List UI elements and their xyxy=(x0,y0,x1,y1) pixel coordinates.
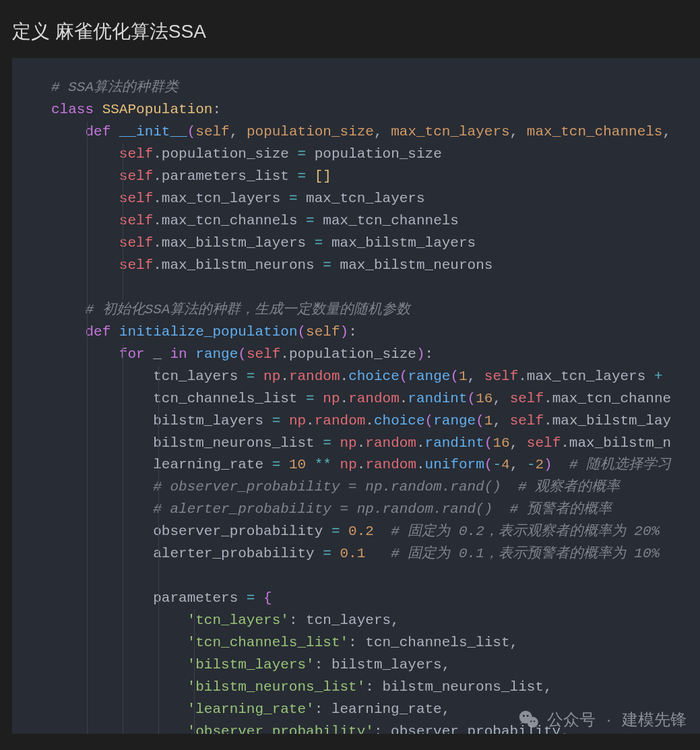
token-text: max_tcn_channels xyxy=(162,213,306,228)
indent-guide xyxy=(123,610,123,632)
token-text: , xyxy=(374,124,391,139)
indent-guide xyxy=(123,721,123,734)
token-text: tcn_channels_list xyxy=(153,391,306,406)
indent-guide xyxy=(123,255,123,277)
code-line: self.population_size = population_size xyxy=(51,144,700,166)
indent-guide xyxy=(87,721,88,734)
token-func: range xyxy=(433,413,476,429)
token-op: = xyxy=(323,546,340,561)
token-comment: # SSA算法的种群类 xyxy=(51,80,179,95)
token-attr: np xyxy=(289,413,306,429)
token-text: max_tcn_layers xyxy=(306,191,424,206)
token-paren: ) xyxy=(416,346,425,362)
token-op: = xyxy=(272,457,289,472)
token-text: max_tcn_channe xyxy=(552,391,671,406)
code-line: # alerter_probability = np.random.rand()… xyxy=(51,499,700,521)
token-func: initialize_population xyxy=(119,324,298,340)
indent-guide xyxy=(123,699,123,721)
token-text: alerter_probability xyxy=(153,546,323,561)
token-paren: ( xyxy=(425,413,434,429)
indent-guide xyxy=(158,677,159,699)
token-self: self xyxy=(510,391,544,406)
token-keyword: class xyxy=(51,102,102,117)
token-text: : xyxy=(425,346,434,362)
token-attr: np xyxy=(340,457,357,472)
token-self: self xyxy=(484,369,518,384)
indent-guide xyxy=(123,366,123,388)
svg-point-1 xyxy=(523,715,525,717)
token-text: bilstm_layers xyxy=(153,413,272,429)
code-editor[interactable]: # SSA算法的种群类 class SSAPopulation: def __i… xyxy=(12,58,700,734)
token-text: . xyxy=(340,369,349,384)
token-func: randint xyxy=(408,391,467,406)
token-text: . xyxy=(153,146,162,162)
indent-guide xyxy=(158,476,159,499)
token-str: 'tcn_layers' xyxy=(187,613,289,628)
code-line: alerter_probability = 0.1 # 固定为 0.1，表示预警… xyxy=(51,543,700,565)
token-paren: ( xyxy=(187,124,196,139)
token-op: ** xyxy=(315,457,331,472)
token-func: randint xyxy=(425,435,484,451)
indent-guide xyxy=(123,232,123,255)
token-text: observer_probability xyxy=(153,524,331,539)
indent-guide xyxy=(87,454,88,476)
token-param: self xyxy=(306,324,340,340)
token-text: : bilstm_neurons_list, xyxy=(365,679,552,695)
indent-guide xyxy=(123,499,123,521)
token-op: = xyxy=(272,413,289,429)
token-op: = xyxy=(331,524,348,539)
token-param: population_size xyxy=(247,124,374,139)
token-text: . xyxy=(340,391,349,406)
token-str: 'bilstm_neurons_list' xyxy=(187,679,366,695)
token-keyword: def xyxy=(85,124,119,139)
token-keyword: def xyxy=(85,324,119,340)
token-op: = xyxy=(247,590,263,606)
token-text: . xyxy=(544,391,552,406)
indent-guide xyxy=(87,255,88,277)
token-text xyxy=(331,457,340,472)
indent-guide xyxy=(158,565,159,588)
token-attr: random xyxy=(348,391,400,406)
token-text: max_tcn_layers xyxy=(527,369,654,384)
token-text: _ xyxy=(153,346,170,362)
token-comment: # alerter_probability = np.random.rand()… xyxy=(153,501,612,517)
token-func: range xyxy=(195,346,238,362)
token-text: , xyxy=(662,124,671,139)
token-text: , xyxy=(510,124,527,139)
code-line: self.max_tcn_layers = max_tcn_layers xyxy=(51,188,700,210)
indent-guide xyxy=(194,677,195,699)
indent-guide xyxy=(123,476,123,499)
token-self: self xyxy=(119,146,153,162)
indent-guide xyxy=(123,166,123,188)
token-keyword: for xyxy=(119,346,153,362)
code-line: for _ in range(self.population_size): xyxy=(51,344,700,366)
watermark-separator: · xyxy=(606,710,611,729)
indent-guide xyxy=(87,410,88,433)
token-text xyxy=(365,546,391,561)
token-text: tcn_layers xyxy=(153,369,247,384)
code-line: def __init__(self, population_size, max_… xyxy=(51,121,700,144)
watermark: 公众号 · 建模先锋 xyxy=(517,708,687,731)
token-paren: ) xyxy=(340,324,349,340)
indent-guide xyxy=(87,299,88,321)
indent-guide xyxy=(158,654,159,677)
token-func: choice xyxy=(348,369,400,384)
token-text: . xyxy=(544,413,552,429)
indent-guide xyxy=(123,588,123,610)
indent-guide xyxy=(158,721,159,734)
token-param: self xyxy=(195,124,229,139)
token-paren: ( xyxy=(476,413,484,429)
code-line: tcn_channels_list = np.random.randint(16… xyxy=(51,388,700,410)
svg-point-3 xyxy=(528,717,538,728)
token-attr: random xyxy=(365,457,416,472)
indent-guide xyxy=(123,677,123,699)
indent-guide xyxy=(123,565,123,588)
indent-guide xyxy=(158,610,159,632)
token-attr: np xyxy=(323,391,340,406)
token-func: choice xyxy=(374,413,425,429)
indent-guide xyxy=(87,366,88,388)
indent-guide xyxy=(87,232,88,255)
token-text xyxy=(374,524,391,539)
indent-guide xyxy=(87,210,88,232)
token-text: parameters_list xyxy=(162,168,298,184)
